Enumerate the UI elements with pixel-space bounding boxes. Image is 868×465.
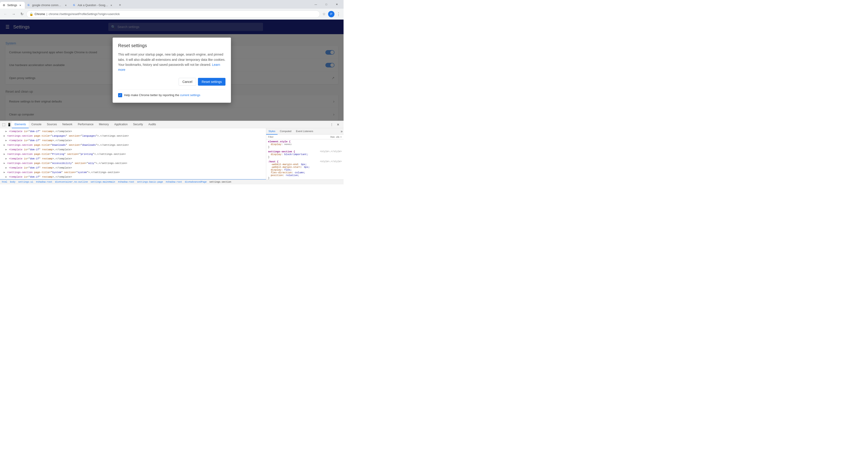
- styles-tab-event-listeners[interactable]: Event Listeners: [294, 128, 316, 135]
- flex-direction-property: flex-direction: column;: [268, 171, 305, 174]
- display-none-property: display: none;: [268, 143, 292, 146]
- styles-panel: Styles Computed Event Listeners » :hov .…: [266, 128, 344, 179]
- breadcrumb-shadow-root[interactable]: #shadow-root: [36, 181, 52, 183]
- devtools-close-icon[interactable]: ✕: [335, 122, 341, 127]
- report-label: Help make Chrome better by reporting the…: [124, 93, 200, 97]
- display-flex-value: flex;: [284, 169, 292, 171]
- dom-line-system[interactable]: ▶ <settings-section page-title="System" …: [0, 170, 266, 175]
- devtools-tab-memory[interactable]: Memory: [96, 121, 112, 128]
- dom-panel[interactable]: ▶ <template is="dom-if" restamp>…</templ…: [0, 128, 266, 179]
- tab-ask-close-icon[interactable]: ✕: [110, 3, 113, 7]
- styles-body: element.style { display: none; } setti: [266, 139, 344, 179]
- breadcrumb-body[interactable]: body: [10, 181, 16, 183]
- devtools-tab-elements[interactable]: Elements: [12, 121, 29, 128]
- back-button[interactable]: ←: [2, 10, 9, 18]
- devtools-device-icon[interactable]: 📱: [6, 122, 12, 127]
- breadcrumb-settings-main[interactable]: settings-main#main: [91, 181, 115, 183]
- devtools-tab-application[interactable]: Application: [112, 121, 130, 128]
- title-bar: ⚙ Settings ✕ G google chrome community s…: [0, 0, 344, 9]
- expand-icon: ▶: [4, 171, 5, 174]
- expand-icon: ▶: [4, 162, 5, 165]
- current-settings-link[interactable]: current settings: [180, 93, 200, 97]
- breadcrumb-shadow-root3[interactable]: #shadow-root: [166, 181, 182, 183]
- host-source: <style>…</style>: [320, 160, 342, 163]
- tab-settings[interactable]: ⚙ Settings ✕: [0, 2, 25, 9]
- breadcrumb-div-advanced[interactable]: div#advancedPage: [185, 181, 207, 183]
- tab-settings-close-icon[interactable]: ✕: [19, 3, 22, 7]
- nav-bar: ← → ↻ 🔒 Chrome | chrome://settings/reset…: [0, 9, 344, 20]
- dom-line-accessibility[interactable]: ▶ <settings-section page-title="Accessib…: [0, 161, 266, 166]
- breadcrumb-settings-section: settings-section: [209, 181, 231, 183]
- report-checkbox[interactable]: [118, 93, 122, 97]
- devtools-tab-network[interactable]: Network: [60, 121, 75, 128]
- devtools-tab-performance[interactable]: Performance: [75, 121, 96, 128]
- breadcrumb-settings-basic-page[interactable]: settings-basic-page: [137, 181, 163, 183]
- modal-footer: Help make Chrome better by reporting the…: [118, 89, 225, 97]
- address-host: Chrome: [35, 12, 45, 16]
- close-button[interactable]: ✕: [332, 1, 342, 8]
- bookmark-star-icon[interactable]: ☆: [321, 11, 327, 17]
- tab-community[interactable]: G google chrome community supp… ✕: [25, 2, 70, 9]
- address-bar[interactable]: 🔒 Chrome | chrome://settings/resetProfil…: [26, 10, 320, 18]
- dom-line-template3[interactable]: ▶ <template is="dom-if" restamp>…</templ…: [0, 147, 266, 152]
- dom-line-printing[interactable]: ▶ <settings-section page-title="Printing…: [0, 152, 266, 156]
- devtools-tab-audits[interactable]: Audits: [146, 121, 159, 128]
- devtools-tab-console[interactable]: Console: [29, 121, 44, 128]
- styles-tab-computed[interactable]: Computed: [278, 128, 294, 135]
- display-block-value: block!important;: [284, 153, 308, 156]
- flex-direction-line: flex-direction: column;: [268, 171, 342, 174]
- styles-hov-badge[interactable]: :hov: [330, 136, 335, 138]
- maximize-button[interactable]: □: [321, 1, 331, 8]
- styles-cls-badge[interactable]: .cls: [336, 136, 339, 138]
- new-tab-button[interactable]: +: [117, 2, 123, 8]
- lock-icon: 🔒: [29, 12, 33, 16]
- reload-button[interactable]: ↻: [18, 10, 26, 18]
- menu-button[interactable]: ⋮: [335, 11, 342, 17]
- settings-background: ☰ Settings 🔍 System Continue running bac…: [0, 20, 344, 121]
- position-property: position: relative;: [268, 174, 299, 177]
- styles-tab-styles[interactable]: Styles: [266, 128, 278, 135]
- styles-tabs-bar: Styles Computed Event Listeners »: [266, 128, 344, 135]
- devtools-breadcrumbs: html body settings-ui #shadow-root div#c…: [0, 179, 344, 184]
- dom-line-languages[interactable]: ▶ <settings-section page-title="Language…: [0, 134, 266, 138]
- expand-icon: ▶: [5, 130, 7, 133]
- breadcrumb-div-container[interactable]: div#container.no-outline: [55, 181, 88, 183]
- devtools-tab-security[interactable]: Security: [130, 121, 146, 128]
- modal-body: This will reset your startup page, new t…: [118, 52, 225, 72]
- expand-icon: ▶: [4, 153, 5, 155]
- breadcrumb-settings-ui[interactable]: settings-ui: [18, 181, 33, 183]
- styles-add-badge[interactable]: +: [340, 136, 342, 138]
- dom-line-downloads[interactable]: ▶ <settings-section page-title="Download…: [0, 143, 266, 147]
- breadcrumb-shadow-root2[interactable]: #shadow-root: [118, 181, 134, 183]
- dom-line-template4[interactable]: ▶ <template is="dom-if" restamp>…</templ…: [0, 156, 266, 161]
- settings-favicon-icon: ⚙: [3, 4, 6, 7]
- styles-filter-input[interactable]: [268, 136, 329, 138]
- devtools-tab-sources[interactable]: Sources: [44, 121, 60, 128]
- modal-overlay: Reset settings This will reset your star…: [0, 20, 344, 121]
- dom-line-template5[interactable]: ▶ <template is="dom-if" restamp>…</templ…: [0, 166, 266, 170]
- dom-line-template1[interactable]: ▶ <template is="dom-if" restamp>…</templ…: [0, 129, 266, 134]
- expand-icon: ▶: [4, 135, 5, 137]
- forward-button[interactable]: →: [10, 10, 17, 18]
- position-value: relative;: [286, 174, 299, 177]
- position-line: position: relative;: [268, 174, 342, 177]
- display-flex-line: display: flex;: [268, 169, 342, 171]
- window-controls: — □ ✕: [309, 0, 344, 9]
- tab-community-close-icon[interactable]: ✕: [64, 3, 68, 7]
- devtools-inspect-icon[interactable]: ⬚: [1, 122, 6, 127]
- devtools-tabs-bar: ⬚ 📱 Elements Console Sources Network Per…: [0, 121, 344, 128]
- cancel-button[interactable]: Cancel: [179, 78, 196, 86]
- dom-line-template2[interactable]: ▶ <template is="dom-if" restamp>…</templ…: [0, 138, 266, 143]
- report-label-prefix: Help make Chrome better by reporting the: [124, 93, 180, 97]
- breadcrumb-html[interactable]: html: [2, 181, 7, 183]
- profile-button[interactable]: P: [328, 11, 335, 17]
- element-style-rule: element.style { display: none; }: [268, 140, 342, 148]
- minimize-button[interactable]: —: [311, 1, 321, 8]
- reset-settings-button[interactable]: Reset settings: [198, 78, 225, 86]
- expand-icon: ▶: [5, 176, 7, 178]
- tab-ask[interactable]: G Ask a Question - Google Chrom… ✕: [70, 2, 116, 9]
- devtools-more-icon[interactable]: ⋮: [329, 122, 335, 127]
- styles-more-icon[interactable]: »: [341, 129, 344, 134]
- devtools-panel: ⬚ 📱 Elements Console Sources Network Per…: [0, 121, 344, 184]
- dom-line-template6[interactable]: ▶ <template is="dom-if" restamp>…</templ…: [0, 175, 266, 179]
